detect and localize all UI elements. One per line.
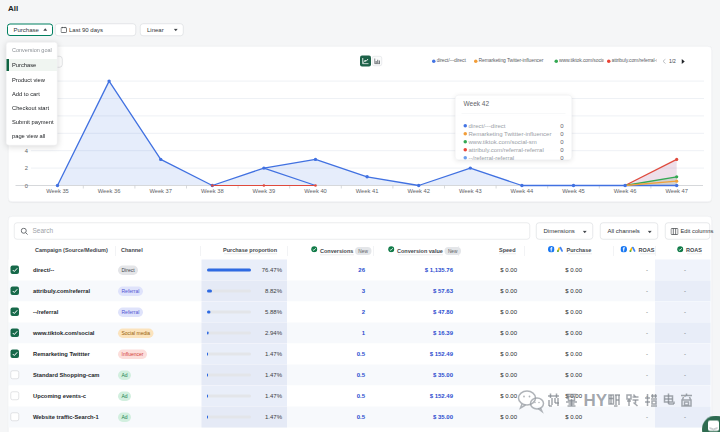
svg-text:Week 46: Week 46 xyxy=(614,188,637,194)
svg-text:Week 44: Week 44 xyxy=(511,188,534,194)
svg-text:Week 35: Week 35 xyxy=(46,188,69,194)
svg-text:Week 47: Week 47 xyxy=(665,188,688,194)
svg-text:Week 43: Week 43 xyxy=(459,188,482,194)
svg-text:Week 36: Week 36 xyxy=(98,188,121,194)
svg-text:Week 41: Week 41 xyxy=(356,188,379,194)
svg-text:HY: HY xyxy=(584,391,608,410)
svg-text:Week 45: Week 45 xyxy=(562,188,585,194)
svg-text:Week 38: Week 38 xyxy=(201,188,224,194)
svg-text:Week 40: Week 40 xyxy=(304,188,327,194)
svg-text:4: 4 xyxy=(25,148,29,154)
svg-text:Week 39: Week 39 xyxy=(253,188,276,194)
svg-text:Week 37: Week 37 xyxy=(149,188,172,194)
svg-text:0: 0 xyxy=(25,183,28,189)
svg-text:2: 2 xyxy=(25,165,28,171)
svg-text:Week 42: Week 42 xyxy=(407,188,430,194)
